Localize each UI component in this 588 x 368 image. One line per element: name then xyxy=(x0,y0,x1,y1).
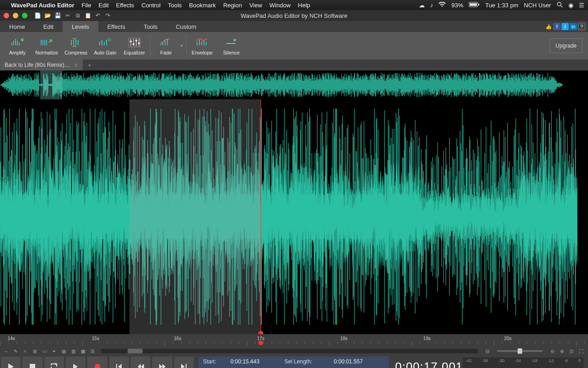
zoom-fit-icon[interactable]: ⛶ xyxy=(577,348,585,354)
save-icon[interactable]: 💾 xyxy=(54,12,61,19)
open-file-icon[interactable]: 📂 xyxy=(44,12,51,19)
tab-custom[interactable]: Custom xyxy=(167,21,206,32)
new-file-icon[interactable]: 📄 xyxy=(34,12,41,19)
silence-button[interactable]: Silence xyxy=(217,33,246,59)
equalizer-icon xyxy=(127,36,142,49)
tab-levels[interactable]: Levels xyxy=(63,21,98,32)
tool-cursor-icon[interactable]: ↔ xyxy=(2,348,10,354)
svg-line-4 xyxy=(561,5,562,7)
tab-effects[interactable]: Effects xyxy=(98,21,135,32)
battery-icon[interactable] xyxy=(469,2,480,9)
overview-waveform[interactable] xyxy=(0,70,588,99)
tab-edit[interactable]: Edit xyxy=(34,21,63,32)
zoom-in-icon[interactable]: ⊕ xyxy=(558,348,566,354)
record-button[interactable] xyxy=(87,357,107,368)
time-ruler[interactable]: 14s15s16s17s18s19s20s xyxy=(0,334,588,347)
zoom-sel-icon[interactable]: ⊡ xyxy=(567,348,576,354)
menu-control[interactable]: Control xyxy=(141,2,160,9)
menu-effects[interactable]: Effects xyxy=(116,2,134,9)
spotlight-icon[interactable] xyxy=(556,1,563,9)
ribbon-tabs: Home Edit Levels Effects Tools Custom 👍 … xyxy=(0,21,588,32)
forward-button[interactable] xyxy=(152,357,172,368)
upgrade-button[interactable]: Upgrade xyxy=(550,38,583,53)
fade-icon xyxy=(158,36,174,49)
tool-c-icon[interactable]: ▦ xyxy=(79,348,87,354)
svg-rect-2 xyxy=(478,4,479,5)
tool-snap-icon[interactable]: ⊞ xyxy=(31,348,39,354)
cut-icon[interactable]: ✂︎ xyxy=(64,12,71,19)
menu-bookmark[interactable]: Bookmark xyxy=(189,2,216,9)
metronome-icon[interactable]: ♪ xyxy=(430,2,433,9)
compress-button[interactable]: Compress xyxy=(61,33,91,59)
username[interactable]: NCH User xyxy=(524,2,551,9)
facebook-icon[interactable]: f xyxy=(553,23,561,30)
skip-start-button[interactable] xyxy=(109,357,129,368)
thumbsup-icon[interactable]: 👍 xyxy=(545,23,552,30)
menu-help[interactable]: Help xyxy=(298,2,310,9)
scroll-thumb[interactable] xyxy=(128,349,143,353)
amplify-icon xyxy=(10,36,25,49)
file-tab[interactable]: Back to Life (80s Remix).... ✕ xyxy=(0,60,83,70)
zoom-out-icon[interactable]: ⊖ xyxy=(548,348,556,354)
control-center-icon[interactable]: ☰ xyxy=(579,2,584,9)
menu-file[interactable]: File xyxy=(81,2,91,9)
add-tab-button[interactable]: ＋ xyxy=(83,60,96,70)
envelope-button[interactable]: Envelope xyxy=(187,33,217,59)
copy-icon[interactable]: ⧉ xyxy=(74,12,81,19)
tab-tools[interactable]: Tools xyxy=(134,21,166,32)
menu-edit[interactable]: Edit xyxy=(98,2,108,9)
zoom-slider-thumb[interactable] xyxy=(518,348,522,354)
app-menu-title[interactable]: WavePad Audio Editor xyxy=(11,2,74,9)
main-waveform[interactable] xyxy=(0,99,588,334)
zoom-button[interactable] xyxy=(22,13,27,18)
amplify-button[interactable]: Amplify xyxy=(3,33,32,59)
tool-d-icon[interactable]: ☰ xyxy=(88,348,96,354)
play-selection-button[interactable] xyxy=(66,357,86,368)
clock[interactable]: Tue 1:33 pm xyxy=(485,2,519,9)
twitter-icon[interactable]: t xyxy=(561,23,569,30)
menu-tools[interactable]: Tools xyxy=(168,2,182,9)
help-icon[interactable]: ? xyxy=(578,23,585,30)
file-tab-bar: Back to Life (80s Remix).... ✕ ＋ xyxy=(0,60,588,70)
fade-dropdown[interactable]: ▾ xyxy=(181,43,185,48)
close-tab-icon[interactable]: ✕ xyxy=(74,62,78,68)
minimize-button[interactable] xyxy=(13,13,18,18)
tool-b-icon[interactable]: ▥ xyxy=(69,348,77,354)
autogain-icon xyxy=(97,36,113,49)
svg-rect-44 xyxy=(116,364,117,368)
tool-pencil-icon[interactable]: ✎ xyxy=(11,348,20,354)
tab-home[interactable]: Home xyxy=(0,21,34,32)
undo-icon[interactable]: ↶ xyxy=(94,12,102,19)
loop-button[interactable] xyxy=(44,357,64,368)
ruler-cursor[interactable] xyxy=(258,341,263,345)
zoom-out-full-icon[interactable]: ⊟ xyxy=(483,348,492,354)
tool-link-icon[interactable]: ⚭ xyxy=(50,348,58,354)
cloud-icon[interactable]: ☁︎ xyxy=(419,2,425,9)
play-button[interactable] xyxy=(1,357,21,368)
paste-icon[interactable]: 📋 xyxy=(84,12,91,19)
playhead[interactable] xyxy=(261,99,261,334)
rewind-button[interactable] xyxy=(131,357,150,368)
menu-region[interactable]: Region xyxy=(223,2,242,9)
linkedin-icon[interactable]: in xyxy=(570,23,577,30)
selection-region[interactable] xyxy=(129,99,261,334)
zoom-slider[interactable] xyxy=(497,350,543,352)
svg-rect-1 xyxy=(470,3,477,6)
menu-view[interactable]: View xyxy=(249,2,262,9)
fade-button[interactable]: Fade xyxy=(151,33,181,59)
redo-icon[interactable]: ↷ xyxy=(104,12,112,19)
siri-icon[interactable]: ◉ xyxy=(568,2,573,9)
autogain-button[interactable]: Auto Gain xyxy=(91,33,120,59)
stop-button[interactable] xyxy=(22,357,42,368)
tool-region-icon[interactable]: ▭ xyxy=(40,348,48,354)
tool-a-icon[interactable]: ▤ xyxy=(59,348,68,354)
selection-info-box: Start: 0:00:15.443 Sel Length: 0:00:01.5… xyxy=(198,357,389,368)
equalizer-button[interactable]: Equalizer xyxy=(120,33,149,59)
tool-scrub-icon[interactable]: ≈ xyxy=(21,348,29,354)
wifi-icon[interactable] xyxy=(438,2,446,9)
menu-window[interactable]: Window xyxy=(269,2,290,9)
horizontal-scrollbar[interactable] xyxy=(101,349,478,353)
skip-end-button[interactable] xyxy=(174,357,194,368)
normalize-button[interactable]: Normalize xyxy=(32,33,61,59)
close-button[interactable] xyxy=(4,13,9,18)
